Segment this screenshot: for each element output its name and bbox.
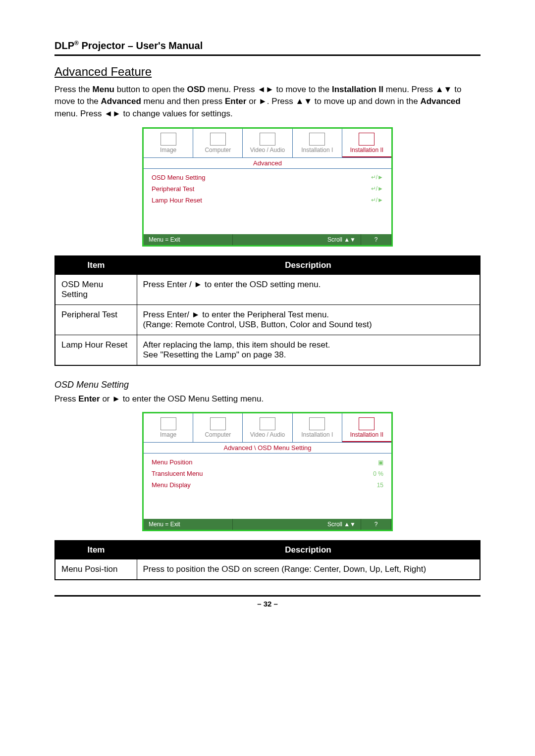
enter-arrow-icon: ↵/► bbox=[371, 197, 383, 203]
table-cell-item: Peripheral Test bbox=[55, 304, 137, 335]
table-row: Menu Posi-tion Press to position the OSD… bbox=[55, 559, 480, 580]
osd-footer-help-icon[interactable]: ? bbox=[361, 519, 391, 530]
enter-arrow-icon: ↵/► bbox=[371, 174, 383, 181]
header-suffix: Projector – User's Manual bbox=[79, 40, 203, 51]
osd-tab-computer[interactable]: Computer bbox=[193, 413, 243, 442]
osd-item-peripheral-test[interactable]: Peripheral Test↵/► bbox=[152, 183, 383, 195]
osd-item-lamp-hour-reset[interactable]: Lamp Hour Reset↵/► bbox=[152, 195, 383, 206]
osd-tab-installation-2[interactable]: Installation II bbox=[342, 413, 391, 442]
position-icon: ▣ bbox=[378, 459, 383, 466]
table-header-item: Item bbox=[55, 541, 137, 559]
table-cell-item: OSD Menu Setting bbox=[55, 274, 137, 304]
osd-subtitle: Advanced \ OSD Menu Setting bbox=[144, 443, 391, 453]
table-row: Lamp Hour Reset After replacing the lamp… bbox=[55, 335, 480, 365]
osd-item-menu-display[interactable]: Menu Display15 bbox=[152, 479, 383, 491]
table-header-description: Description bbox=[137, 256, 480, 275]
table-cell-desc: Press Enter / ► to enter the OSD setting… bbox=[137, 274, 480, 304]
table-cell-item: Menu Posi-tion bbox=[55, 559, 137, 580]
header-prefix: DLP bbox=[54, 40, 74, 51]
header-rule bbox=[54, 54, 481, 56]
osd-footer: Menu = Exit Scroll ▲▼ ? bbox=[144, 519, 391, 530]
osd-tabs: Image Computer Video / Audio Installatio… bbox=[144, 413, 391, 442]
section-title-advanced-feature: Advanced Feature bbox=[54, 65, 481, 79]
osd-item-osd-menu-setting[interactable]: OSD Menu Setting↵/► bbox=[152, 172, 383, 183]
osd-tab-video-audio[interactable]: Video / Audio bbox=[243, 413, 292, 442]
osd-tab-video-audio[interactable]: Video / Audio bbox=[243, 129, 292, 157]
osd-footer-exit: Menu = Exit bbox=[144, 519, 233, 530]
osd-footer-exit: Menu = Exit bbox=[144, 234, 233, 245]
osd-footer-help-icon[interactable]: ? bbox=[361, 234, 391, 245]
osd-menu-osd-setting: Image Computer Video / Audio Installatio… bbox=[142, 412, 393, 531]
osd-menu-setting-table: Item Description Menu Posi-tion Press to… bbox=[54, 540, 481, 580]
page-number: – 32 – bbox=[54, 597, 481, 608]
advanced-items-table: Item Description OSD Menu Setting Press … bbox=[54, 255, 481, 366]
doc-header: DLP® Projector – User's Manual bbox=[54, 40, 481, 51]
sub-heading-osd-menu-setting: OSD Menu Setting bbox=[54, 380, 481, 390]
osd-footer: Menu = Exit Scroll ▲▼ ? bbox=[144, 234, 391, 245]
osd-footer-scroll: Scroll ▲▼ bbox=[233, 234, 361, 245]
osd-item-menu-position[interactable]: Menu Position▣ bbox=[152, 456, 383, 468]
value-label: 15 bbox=[377, 482, 383, 489]
table-cell-desc: After replacing the lamp, this item shou… bbox=[137, 335, 480, 365]
table-row: OSD Menu Setting Press Enter / ► to ente… bbox=[55, 274, 480, 304]
osd-tabs: Image Computer Video / Audio Installatio… bbox=[144, 129, 391, 157]
table-header-description: Description bbox=[137, 541, 480, 559]
osd-tab-installation-1[interactable]: Installation I bbox=[293, 413, 342, 442]
table-cell-desc: Press to position the OSD on screen (Ran… bbox=[137, 559, 480, 580]
table-row: Peripheral Test Press Enter/ ► to enter … bbox=[55, 304, 480, 335]
osd-item-translucent-menu[interactable]: Translucent Menu0 % bbox=[152, 468, 383, 479]
osd-tab-computer[interactable]: Computer bbox=[193, 129, 243, 157]
osd-footer-scroll: Scroll ▲▼ bbox=[233, 519, 361, 530]
osd-tab-image[interactable]: Image bbox=[144, 129, 193, 157]
intro-paragraph-1: Press the Menu button to open the OSD me… bbox=[54, 84, 481, 120]
intro-paragraph-2: Press Enter or ► to enter the OSD Menu S… bbox=[54, 393, 481, 405]
osd-tab-installation-2[interactable]: Installation II bbox=[342, 129, 391, 157]
enter-arrow-icon: ↵/► bbox=[371, 185, 383, 192]
osd-tab-installation-1[interactable]: Installation I bbox=[293, 129, 342, 157]
osd-subtitle: Advanced bbox=[144, 158, 391, 168]
table-header-item: Item bbox=[55, 256, 137, 275]
osd-tab-image[interactable]: Image bbox=[144, 413, 193, 442]
table-cell-item: Lamp Hour Reset bbox=[55, 335, 137, 365]
value-label: 0 % bbox=[373, 470, 383, 477]
table-cell-desc: Press Enter/ ► to enter the Peripheral T… bbox=[137, 304, 480, 335]
osd-menu-advanced: Image Computer Video / Audio Installatio… bbox=[142, 127, 393, 247]
